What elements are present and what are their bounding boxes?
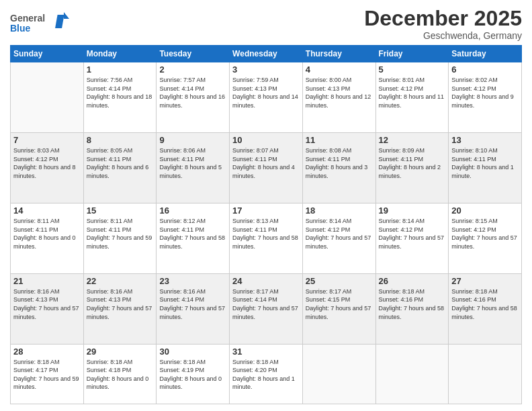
day-info: Sunrise: 7:59 AMSunset: 4:13 PMDaylight:… xyxy=(232,76,300,109)
day-number: 28 xyxy=(13,347,81,357)
calendar-cell: 28Sunrise: 8:18 AMSunset: 4:17 PMDayligh… xyxy=(11,344,84,404)
calendar-cell: 6Sunrise: 8:02 AMSunset: 4:12 PMDaylight… xyxy=(449,62,522,133)
day-info: Sunrise: 8:11 AMSunset: 4:11 PMDaylight:… xyxy=(13,217,81,250)
calendar-week-row: 1Sunrise: 7:56 AMSunset: 4:14 PMDaylight… xyxy=(11,62,522,133)
logo-text: General Blue xyxy=(10,9,71,38)
day-info: Sunrise: 8:16 AMSunset: 4:14 PMDaylight:… xyxy=(159,287,226,321)
day-number: 27 xyxy=(451,276,519,286)
day-number: 12 xyxy=(379,135,446,145)
calendar-cell: 14Sunrise: 8:11 AMSunset: 4:11 PMDayligh… xyxy=(11,203,84,273)
day-number: 10 xyxy=(232,135,300,145)
header-saturday: Saturday xyxy=(449,46,522,62)
day-number: 29 xyxy=(87,347,154,357)
day-info: Sunrise: 8:17 AMSunset: 4:15 PMDaylight:… xyxy=(306,287,373,321)
calendar-cell: 17Sunrise: 8:13 AMSunset: 4:11 PMDayligh… xyxy=(230,203,303,273)
day-info: Sunrise: 8:16 AMSunset: 4:13 PMDaylight:… xyxy=(87,287,154,321)
day-number: 8 xyxy=(87,135,154,145)
day-number: 15 xyxy=(87,205,154,216)
day-info: Sunrise: 8:09 AMSunset: 4:11 PMDaylight:… xyxy=(379,146,446,180)
day-info: Sunrise: 8:15 AMSunset: 4:12 PMDaylight:… xyxy=(451,217,519,250)
calendar-cell: 31Sunrise: 8:18 AMSunset: 4:20 PMDayligh… xyxy=(230,344,303,404)
calendar-week-row: 28Sunrise: 8:18 AMSunset: 4:17 PMDayligh… xyxy=(11,344,522,404)
day-info: Sunrise: 8:13 AMSunset: 4:11 PMDaylight:… xyxy=(232,217,300,250)
calendar-cell: 2Sunrise: 7:57 AMSunset: 4:14 PMDaylight… xyxy=(157,62,230,133)
calendar-week-row: 21Sunrise: 8:16 AMSunset: 4:13 PMDayligh… xyxy=(11,273,522,344)
svg-marker-3 xyxy=(64,12,69,19)
day-info: Sunrise: 8:14 AMSunset: 4:12 PMDaylight:… xyxy=(379,217,446,250)
svg-text:General: General xyxy=(10,13,45,24)
calendar-cell xyxy=(11,62,84,133)
day-number: 4 xyxy=(306,64,373,75)
day-number: 11 xyxy=(306,135,373,145)
calendar-cell: 18Sunrise: 8:14 AMSunset: 4:12 PMDayligh… xyxy=(302,203,375,273)
location: Geschwenda, Germany xyxy=(364,30,522,41)
day-number: 25 xyxy=(306,276,373,286)
day-info: Sunrise: 8:11 AMSunset: 4:11 PMDaylight:… xyxy=(87,217,154,250)
calendar-cell: 30Sunrise: 8:18 AMSunset: 4:19 PMDayligh… xyxy=(157,344,230,404)
day-info: Sunrise: 8:08 AMSunset: 4:11 PMDaylight:… xyxy=(306,146,373,180)
day-info: Sunrise: 8:18 AMSunset: 4:17 PMDaylight:… xyxy=(13,358,81,392)
calendar-cell: 19Sunrise: 8:14 AMSunset: 4:12 PMDayligh… xyxy=(375,203,449,273)
day-number: 16 xyxy=(159,205,226,216)
day-info: Sunrise: 8:02 AMSunset: 4:12 PMDaylight:… xyxy=(451,76,519,109)
day-info: Sunrise: 8:18 AMSunset: 4:16 PMDaylight:… xyxy=(379,287,446,321)
day-info: Sunrise: 8:18 AMSunset: 4:18 PMDaylight:… xyxy=(87,358,154,392)
day-info: Sunrise: 8:05 AMSunset: 4:11 PMDaylight:… xyxy=(87,146,154,180)
calendar-cell: 8Sunrise: 8:05 AMSunset: 4:11 PMDaylight… xyxy=(83,133,157,203)
calendar-cell xyxy=(449,344,522,404)
header: General Blue December 2025 Geschwenda, G… xyxy=(10,7,522,41)
header-tuesday: Tuesday xyxy=(157,46,230,62)
day-number: 23 xyxy=(159,276,226,286)
day-info: Sunrise: 8:10 AMSunset: 4:11 PMDaylight:… xyxy=(451,146,519,180)
day-number: 21 xyxy=(13,276,81,286)
calendar-cell: 22Sunrise: 8:16 AMSunset: 4:13 PMDayligh… xyxy=(83,273,157,344)
header-wednesday: Wednesday xyxy=(230,46,303,62)
calendar-cell: 29Sunrise: 8:18 AMSunset: 4:18 PMDayligh… xyxy=(83,344,157,404)
day-info: Sunrise: 8:00 AMSunset: 4:13 PMDaylight:… xyxy=(306,76,373,109)
day-number: 2 xyxy=(159,64,226,75)
calendar-cell: 26Sunrise: 8:18 AMSunset: 4:16 PMDayligh… xyxy=(375,273,449,344)
day-number: 22 xyxy=(87,276,154,286)
calendar-cell: 10Sunrise: 8:07 AMSunset: 4:11 PMDayligh… xyxy=(230,133,303,203)
day-info: Sunrise: 8:01 AMSunset: 4:12 PMDaylight:… xyxy=(379,76,446,109)
day-info: Sunrise: 8:06 AMSunset: 4:11 PMDaylight:… xyxy=(159,146,226,180)
calendar-cell: 1Sunrise: 7:56 AMSunset: 4:14 PMDaylight… xyxy=(83,62,157,133)
day-number: 19 xyxy=(379,205,446,216)
day-info: Sunrise: 8:16 AMSunset: 4:13 PMDaylight:… xyxy=(13,287,81,321)
calendar-cell: 15Sunrise: 8:11 AMSunset: 4:11 PMDayligh… xyxy=(83,203,157,273)
day-info: Sunrise: 8:14 AMSunset: 4:12 PMDaylight:… xyxy=(306,217,373,250)
calendar-cell: 7Sunrise: 8:03 AMSunset: 4:12 PMDaylight… xyxy=(11,133,84,203)
day-info: Sunrise: 7:56 AMSunset: 4:14 PMDaylight:… xyxy=(87,76,154,109)
day-number: 6 xyxy=(451,64,519,75)
calendar-cell xyxy=(375,344,449,404)
calendar-cell: 9Sunrise: 8:06 AMSunset: 4:11 PMDaylight… xyxy=(157,133,230,203)
calendar-cell: 16Sunrise: 8:12 AMSunset: 4:11 PMDayligh… xyxy=(157,203,230,273)
weekday-header-row: Sunday Monday Tuesday Wednesday Thursday… xyxy=(11,46,522,62)
calendar-cell xyxy=(302,344,375,404)
logo: General Blue xyxy=(10,9,71,38)
day-number: 7 xyxy=(13,135,81,145)
day-info: Sunrise: 7:57 AMSunset: 4:14 PMDaylight:… xyxy=(159,76,226,109)
header-friday: Friday xyxy=(375,46,449,62)
calendar-cell: 23Sunrise: 8:16 AMSunset: 4:14 PMDayligh… xyxy=(157,273,230,344)
day-info: Sunrise: 8:03 AMSunset: 4:12 PMDaylight:… xyxy=(13,146,81,180)
calendar-week-row: 14Sunrise: 8:11 AMSunset: 4:11 PMDayligh… xyxy=(11,203,522,273)
title-area: December 2025 Geschwenda, Germany xyxy=(364,7,522,41)
calendar-table: Sunday Monday Tuesday Wednesday Thursday… xyxy=(10,45,522,404)
calendar-cell: 24Sunrise: 8:17 AMSunset: 4:14 PMDayligh… xyxy=(230,273,303,344)
day-number: 13 xyxy=(451,135,519,145)
calendar-cell: 20Sunrise: 8:15 AMSunset: 4:12 PMDayligh… xyxy=(449,203,522,273)
page: General Blue December 2025 Geschwenda, G… xyxy=(0,0,532,411)
calendar-week-row: 7Sunrise: 8:03 AMSunset: 4:12 PMDaylight… xyxy=(11,133,522,203)
header-thursday: Thursday xyxy=(302,46,375,62)
header-monday: Monday xyxy=(83,46,157,62)
day-info: Sunrise: 8:18 AMSunset: 4:19 PMDaylight:… xyxy=(159,358,226,392)
day-number: 14 xyxy=(13,205,81,216)
calendar-cell: 12Sunrise: 8:09 AMSunset: 4:11 PMDayligh… xyxy=(375,133,449,203)
calendar-cell: 21Sunrise: 8:16 AMSunset: 4:13 PMDayligh… xyxy=(11,273,84,344)
day-number: 30 xyxy=(159,347,226,357)
calendar-cell: 13Sunrise: 8:10 AMSunset: 4:11 PMDayligh… xyxy=(449,133,522,203)
calendar-cell: 3Sunrise: 7:59 AMSunset: 4:13 PMDaylight… xyxy=(230,62,303,133)
calendar-cell: 5Sunrise: 8:01 AMSunset: 4:12 PMDaylight… xyxy=(375,62,449,133)
calendar-cell: 25Sunrise: 8:17 AMSunset: 4:15 PMDayligh… xyxy=(302,273,375,344)
